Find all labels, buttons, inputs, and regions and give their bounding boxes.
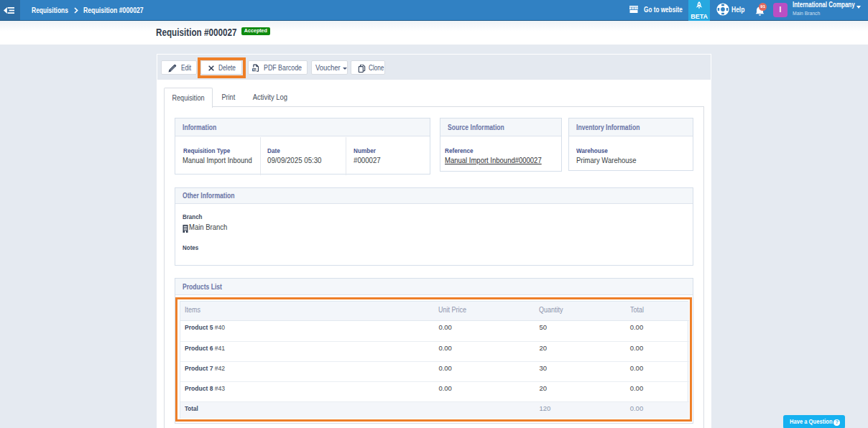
svg-text:PDF: PDF <box>253 68 257 71</box>
